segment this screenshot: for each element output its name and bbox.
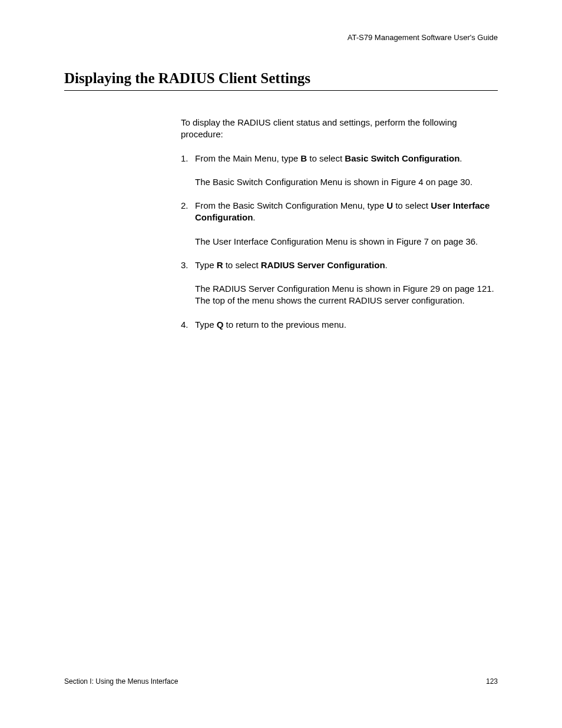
step-text: .: [385, 260, 388, 270]
step-text: to select: [307, 153, 345, 163]
step-key: R: [217, 260, 223, 270]
step-number: 2.: [181, 200, 195, 248]
step-subtext: The Basic Switch Configuration Menu is s…: [195, 176, 498, 188]
step-key: Q: [217, 319, 224, 330]
intro-paragraph: To display the RADIUS client status and …: [181, 117, 498, 141]
step-number: 1.: [181, 153, 195, 189]
step-number: 3.: [181, 259, 195, 307]
step-text: From the Basic Switch Configuration Menu…: [195, 200, 386, 210]
step-text: .: [459, 153, 462, 163]
step-body: Type R to select RADIUS Server Configura…: [195, 259, 498, 307]
step-text: to select: [223, 260, 261, 270]
step-body: Type Q to return to the previous menu.: [195, 319, 498, 331]
step-selection: Basic Switch Configuration: [345, 153, 459, 163]
step-4: 4. Type Q to return to the previous menu…: [181, 319, 498, 331]
step-1: 1. From the Main Menu, type B to select …: [181, 153, 498, 189]
step-key: U: [386, 200, 393, 210]
running-header: AT-S79 Management Software User's Guide: [64, 33, 498, 42]
step-text: to select: [393, 200, 431, 210]
step-text: .: [253, 212, 255, 222]
body-content: To display the RADIUS client status and …: [181, 117, 498, 331]
step-text: Type: [195, 260, 217, 270]
step-number: 4.: [181, 319, 195, 331]
step-subtext: The User Interface Configuration Menu is…: [195, 236, 498, 248]
step-text: Type: [195, 319, 217, 330]
page-footer: Section I: Using the Menus Interface 123: [64, 677, 498, 686]
footer-section: Section I: Using the Menus Interface: [64, 677, 178, 686]
page-number: 123: [486, 677, 498, 686]
step-body: From the Basic Switch Configuration Menu…: [195, 200, 498, 248]
step-text: to return to the previous menu.: [223, 319, 346, 330]
step-2: 2. From the Basic Switch Configuration M…: [181, 200, 498, 248]
step-subtext: The RADIUS Server Configuration Menu is …: [195, 283, 498, 307]
step-key: B: [300, 153, 307, 163]
section-heading: Displaying the RADIUS Client Settings: [64, 70, 498, 91]
step-3: 3. Type R to select RADIUS Server Config…: [181, 259, 498, 307]
step-text: From the Main Menu, type: [195, 153, 300, 163]
step-body: From the Main Menu, type B to select Bas…: [195, 153, 498, 189]
step-selection: RADIUS Server Configuration: [261, 260, 385, 270]
